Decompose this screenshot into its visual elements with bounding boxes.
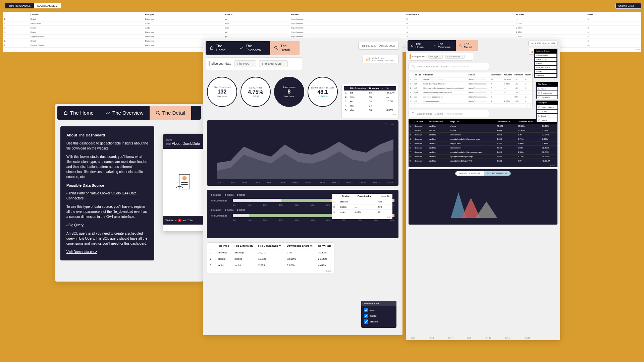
page-path-item[interactable]: ☐ Type to search — [537, 105, 557, 109]
nav-home-2[interactable]: The Home — [206, 41, 235, 55]
marketing-item[interactable]: ☐ Email — [535, 62, 556, 65]
toggle-source[interactable]: SOURCE/MEDIUM — [484, 171, 511, 176]
file-type-select[interactable]: File Type — [234, 60, 256, 67]
kpi-conv: Conv. Rate4.75%↑ 90.9% — [240, 77, 271, 107]
nav-overview-2[interactable]: The Overview — [235, 41, 270, 55]
svg-point-6 — [275, 46, 277, 49]
nav-detail-label: The Detail — [162, 110, 185, 116]
device-category-filter: Device category tablet mobile desktop — [361, 301, 396, 328]
page-path-item[interactable]: ☐ /google — [537, 118, 557, 122]
page-url-table: File TypeFile ExtensionPage URLDownloads… — [409, 119, 557, 167]
page-pager[interactable]: 91-100/? — [409, 163, 557, 167]
nav-overview[interactable]: The Overview — [100, 106, 150, 120]
search-page[interactable]: Search Page - EqualsType to search — [409, 110, 489, 117]
marketing-item[interactable]: ☐ Referral — [535, 74, 556, 77]
about-ds1b: To use this type of data source, you'll … — [66, 204, 148, 219]
nav-bar-3: The Home The Overview The Detail — [408, 40, 478, 51]
about-ds-title: Possible Data Source — [66, 183, 148, 188]
channel-group-select[interactable]: Channel Group — [615, 3, 641, 9]
kpi-per-user: Download Per User48.1↑ 126.9% — [308, 77, 338, 107]
kpi-downloads: File Download132No data — [207, 77, 237, 107]
file-type-select-3[interactable]: File Type — [428, 55, 443, 59]
marketing-item[interactable]: ☐ Paid Social — [535, 58, 556, 61]
nav-home-label: The Home — [70, 110, 94, 116]
marketing-channel-filter: Marketing Channel ☐ Type to search☐ Paid… — [534, 49, 557, 78]
nav-detail[interactable]: The Detail — [150, 106, 191, 120]
home-icon — [411, 44, 414, 47]
device-cat-item[interactable]: mobile — [364, 314, 394, 318]
search-icon — [412, 65, 415, 68]
search-filename[interactable]: Search File Name - EqualsType to search — [409, 63, 489, 70]
marketing-item[interactable]: ☐ Organic Search — [535, 66, 556, 69]
video-title: DumbData About DumbData — [163, 134, 206, 149]
extension-table: File ExtensionDownload ▼%1.pdf8537.27%2.… — [341, 84, 398, 118]
file-name-table: File ExtFile NameFile UrlDownloads% Shar… — [409, 72, 533, 108]
toggle-traffic[interactable]: TRAFFIC CHANNEL — [455, 171, 484, 176]
file-type-item[interactable]: ☐ Video — [537, 87, 557, 90]
date-range-picker[interactable]: Dec 3, 2022 - Dec 16, 2022 — [358, 42, 398, 50]
file-type-item[interactable]: ☐ Presentation — [537, 91, 557, 95]
about-ds2b: An SQL query is all you need to create a… — [66, 231, 148, 246]
page-path-card: Page path ☐ Type to search☐ Equals☐ Dire… — [536, 101, 558, 122]
area-x-axis: Dec 3Dec 4Dec 5Dec 6Dec 7Dec 8Dec 9Dec 1… — [217, 182, 393, 184]
tri-x-axis: Dec 3Dec 5Dec 7Dec 9Dec 11Dec 13Dec 15 — [411, 337, 530, 339]
video-body — [163, 149, 206, 216]
ext-table-el: File ExtensionDownload ▼%1.pdf8537.27%2.… — [344, 86, 396, 112]
search-icon — [274, 46, 278, 50]
slice-bar: Slice your data File Type File Extension — [206, 57, 303, 70]
expand-icon[interactable] — [385, 123, 388, 126]
file-pager[interactable]: 1-10/18 — [409, 104, 532, 108]
data-source-selector[interactable]: default dataClick to select Google A… — [363, 55, 398, 63]
nav-bar-2: The Home The Overview The Detail — [206, 41, 300, 55]
channel-toggle-2[interactable]: TRAFFIC CHANNEL SOURCE/MEDIUM — [5, 3, 61, 8]
svg-rect-4 — [181, 184, 187, 185]
side-cards: File Types ☐ Video☐ Presentation☐ Docume… — [536, 82, 558, 123]
video-card[interactable]: DumbData About DumbData Watch on YouTube — [163, 134, 206, 231]
slice-bar-3: Slice your data File Type File Extension — [408, 53, 473, 61]
svg-point-13 — [460, 45, 461, 46]
channel-toggle[interactable]: TRAFFIC CHANNEL SOURCE/MEDIUM — [455, 171, 511, 176]
svg-point-11 — [392, 124, 393, 125]
marketing-title: Marketing Channel — [534, 49, 557, 53]
ext-pager[interactable]: 1-5/5 — [344, 112, 396, 116]
page-path-item[interactable]: ☐ Equals — [537, 110, 557, 113]
svg-rect-14 — [531, 52, 532, 53]
marketing-item[interactable]: ☐ Direct — [535, 70, 556, 73]
chart-icon — [106, 111, 110, 115]
home-panel: The Home The Overview The Detail About T… — [55, 104, 203, 282]
nav-home[interactable]: The Home — [57, 106, 100, 120]
svg-point-18 — [412, 112, 414, 114]
nav-home-3[interactable]: The Home — [408, 40, 430, 51]
date-range-picker-3[interactable]: Dec 3, 2022 - Dec 16, 2022 — [528, 41, 557, 46]
nav-detail-3[interactable]: The Detail — [456, 40, 478, 51]
device-cat-item[interactable]: desktop — [364, 319, 394, 324]
svg-point-12 — [393, 124, 394, 125]
ga-icon — [366, 57, 370, 61]
more-icon[interactable] — [391, 123, 394, 126]
toggle-traffic-2[interactable]: TRAFFIC CHANNEL — [5, 3, 34, 8]
triangle-chart-svg — [414, 178, 519, 218]
home-icon — [63, 111, 68, 115]
file-types-card: File Types ☐ Video☐ Presentation☐ Docume… — [536, 82, 558, 99]
file-ext-select[interactable]: File Extension — [259, 60, 288, 67]
file-type-item[interactable]: ☐ Document — [537, 96, 557, 99]
svg-rect-15 — [532, 51, 533, 53]
toggle-source-2[interactable]: SOURCE/MEDIUM — [34, 3, 61, 8]
page-path-item[interactable]: ☐ Direct — [537, 114, 557, 118]
device-cat-title: Device category — [361, 301, 396, 306]
device-cat-item[interactable]: tablet — [364, 308, 394, 312]
about-ds1: - Third Party or Native Looker Studio GA… — [66, 191, 148, 201]
traffic-channel-chart: TRAFFIC CHANNEL SOURCE/MEDIUM — [409, 169, 557, 225]
file-ext-select-3[interactable]: File Extension — [445, 55, 465, 59]
svg-point-0 — [156, 111, 159, 114]
svg-rect-8 — [367, 58, 368, 61]
device-pager[interactable]: 1-3/3 — [332, 215, 392, 219]
area-chart: Dec 3Dec 4Dec 5Dec 6Dec 7Dec 8Dec 9Dec 1… — [207, 120, 398, 186]
marketing-item[interactable]: ☐ Type to search — [535, 54, 556, 57]
type-pager[interactable]: 1-3/3 — [207, 268, 334, 274]
visit-link[interactable]: Visit Dumbdata.co ↗ — [66, 250, 97, 254]
svg-rect-7 — [366, 59, 367, 61]
nav-overview-3[interactable]: The Overview — [430, 40, 456, 51]
overview-panel: The Home The Overview The Detail Dec 3, … — [203, 39, 402, 335]
nav-detail-2[interactable]: The Detail — [270, 41, 300, 55]
